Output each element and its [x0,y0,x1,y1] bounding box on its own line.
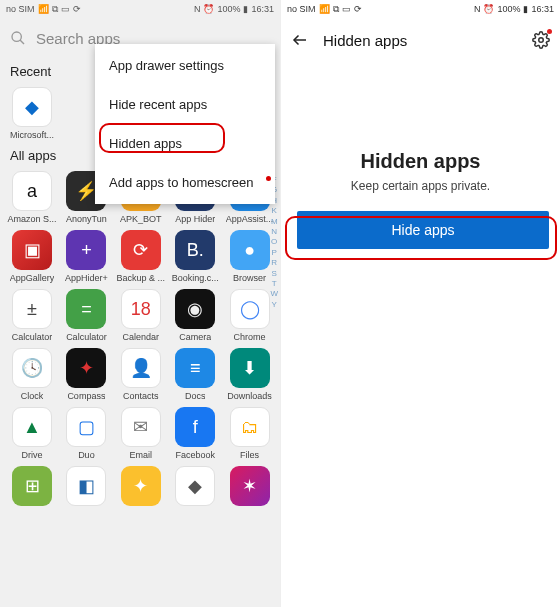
page-header: Hidden apps [281,18,560,62]
empty-state: Hidden apps Keep certain apps private. H… [281,62,560,249]
app-label: Email [130,450,153,460]
sync-icon: ⟳ [354,4,362,14]
app-label: AppHider+ [65,273,108,283]
status-bar: no SIM 📶 ⧉ ▭ ⟳ N ⏰ 100% ▮ 16:31 [281,0,560,18]
app-label: Chrome [234,332,266,342]
app-icon: ✉ [121,407,161,447]
az-letter[interactable]: N [270,227,278,237]
battery-icon: ▮ [523,4,528,14]
app-item[interactable]: =Calculator [60,289,112,342]
alarm-icon: ⏰ [203,4,214,14]
az-letter[interactable]: T [270,279,278,289]
status-carrier: no SIM [287,4,316,14]
svg-point-3 [539,38,544,43]
az-letter[interactable]: S [270,269,278,279]
app-item[interactable]: B.Booking.c... [169,230,221,283]
app-item[interactable]: ≡Docs [169,348,221,401]
app-item[interactable]: ◉Camera [169,289,221,342]
app-label: Backup & ... [117,273,166,283]
back-icon[interactable] [291,31,309,49]
app-item[interactable]: ✦ [115,466,167,509]
app-icon: ◧ [66,466,106,506]
app-item[interactable]: ▣AppGallery [6,230,58,283]
app-item[interactable]: 👤Contacts [115,348,167,401]
signal-icon: 📶 [38,4,49,14]
app-icon: ◆ [175,466,215,506]
app-label: Browser [233,273,266,283]
menu-item-settings[interactable]: App drawer settings [95,46,275,85]
app-icon: ✦ [66,348,106,388]
app-label: Calendar [123,332,160,342]
svg-line-1 [20,40,24,44]
sync-icon: ⟳ [73,4,81,14]
svg-point-0 [12,32,21,41]
app-icon: ⟳ [121,230,161,270]
app-item[interactable]: aAmazon S... [6,171,58,224]
app-icon: ± [12,289,52,329]
app-label: Clock [21,391,44,401]
annotation-dot [266,176,271,181]
search-icon [10,30,26,46]
app-icon: ▢ [66,407,106,447]
app-item[interactable]: ▲Drive [6,407,58,460]
app-item[interactable]: ●Browser [224,230,276,283]
app-label: Drive [21,450,42,460]
app-icon: ✶ [230,466,270,506]
menu-item-hide-recent[interactable]: Hide recent apps [95,85,275,124]
az-letter[interactable]: R [270,258,278,268]
nfc-icon: N [474,4,481,14]
nfc-icon: N [194,4,201,14]
empty-state-heading: Hidden apps [297,150,544,173]
menu-item-hidden-apps[interactable]: Hidden apps [95,124,275,163]
app-label: Calculator [66,332,107,342]
app-label: Compass [67,391,105,401]
app-item[interactable]: 🗂Files [224,407,276,460]
all-apps-grid: aAmazon S...⚡AnonyTun★APK_BOT🎭App Hider✦… [0,167,280,511]
app-label: Camera [179,332,211,342]
app-icon: ▲ [12,407,52,447]
az-letter[interactable]: O [270,237,278,247]
app-label: APK_BOT [120,214,162,224]
app-icon: = [66,289,106,329]
app-item[interactable]: ±Calculator [6,289,58,342]
app-item[interactable]: 18Calendar [115,289,167,342]
hidden-apps-screen: no SIM 📶 ⧉ ▭ ⟳ N ⏰ 100% ▮ 16:31 Hidden a… [280,0,560,607]
settings-gear-icon[interactable] [532,31,550,49]
menu-item-add-home[interactable]: Add apps to homescreen [95,163,275,202]
app-icon: ⬇ [230,348,270,388]
app-label: Downloads [227,391,272,401]
app-item[interactable]: ◆Microsoft... [6,87,58,140]
app-item[interactable]: ⊞ [6,466,58,509]
hide-apps-button[interactable]: Hide apps [297,211,549,249]
app-drawer-screen: no SIM 📶 ⧉ ▭ ⟳ N ⏰ 100% ▮ 16:31 Search a… [0,0,280,607]
az-letter[interactable]: W [270,289,278,299]
empty-state-subheading: Keep certain apps private. [297,179,544,193]
app-item[interactable]: ▢Duo [60,407,112,460]
app-item[interactable]: 🕓Clock [6,348,58,401]
wifi-icon: ⧉ [52,4,58,15]
app-label: Booking.c... [172,273,219,283]
app-label: Microsoft... [10,130,54,140]
app-item[interactable]: ✉Email [115,407,167,460]
app-label: App Hider [175,214,215,224]
app-icon: f [175,407,215,447]
cast-icon: ▭ [61,4,70,14]
az-letter[interactable]: K [270,206,278,216]
app-item[interactable]: ◆ [169,466,221,509]
app-item[interactable]: ⟳Backup & ... [115,230,167,283]
app-item[interactable]: ⬇Downloads [224,348,276,401]
app-item[interactable]: +AppHider+ [60,230,112,283]
app-item[interactable]: fFacebook [169,407,221,460]
app-item[interactable]: ✦Compass [60,348,112,401]
app-label: Facebook [175,450,215,460]
app-icon: + [66,230,106,270]
app-item[interactable]: ◧ [60,466,112,509]
status-time: 16:31 [531,4,554,14]
az-letter[interactable]: Y [270,300,278,310]
az-letter[interactable]: P [270,248,278,258]
app-item[interactable]: ✶ [224,466,276,509]
app-item[interactable]: ◯Chrome [224,289,276,342]
app-label: AnonyTun [66,214,107,224]
status-bar: no SIM 📶 ⧉ ▭ ⟳ N ⏰ 100% ▮ 16:31 [0,0,280,18]
az-letter[interactable]: M [270,217,278,227]
